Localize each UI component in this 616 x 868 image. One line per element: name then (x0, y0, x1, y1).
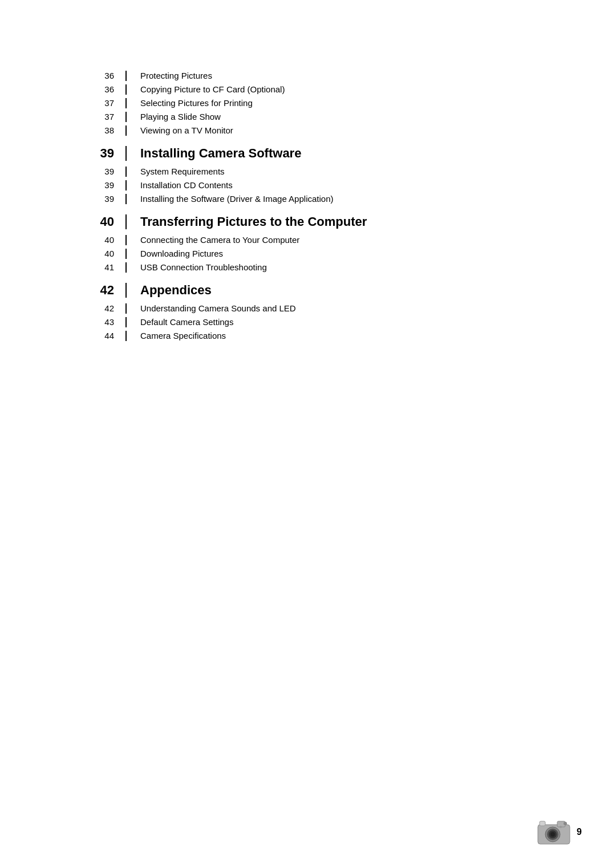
page-number: 43 (91, 317, 125, 327)
vertical-divider (125, 194, 127, 204)
page-number: 37 (91, 98, 125, 108)
entry-label: Playing a Slide Show (140, 112, 221, 121)
vertical-divider (125, 112, 127, 122)
toc-row: 41 USB Connection Troubleshooting (91, 262, 525, 273)
toc-row: 40 Connecting the Camera to Your Compute… (91, 235, 525, 245)
svg-point-8 (560, 826, 562, 828)
entry-label: Downloading Pictures (140, 249, 223, 258)
section-title: Installing Camera Software (140, 146, 301, 161)
vertical-divider (125, 262, 127, 273)
footer-page-number: 9 (577, 827, 582, 837)
toc-row: 36 Copying Picture to CF Card (Optional) (91, 84, 525, 95)
vertical-divider (125, 235, 127, 245)
toc-row: 42 Understanding Camera Sounds and LED (91, 303, 525, 314)
vertical-divider (125, 283, 127, 298)
toc-row: 40 Downloading Pictures (91, 249, 525, 259)
entry-label: Installing the Software (Driver & Image … (140, 194, 334, 204)
toc-row: 36 Protecting Pictures (91, 71, 525, 81)
toc-row: 39 System Requirements (91, 167, 525, 177)
vertical-divider (125, 249, 127, 259)
section-header: 40 Transferring Pictures to the Computer (91, 214, 525, 229)
section-installing-software: 39 Installing Camera Software 39 System … (91, 146, 525, 204)
toc-row: 37 Playing a Slide Show (91, 112, 525, 122)
page-number: 36 (91, 84, 125, 94)
page-number: 38 (91, 125, 125, 135)
camera-icon-area (537, 819, 571, 845)
page-number: 42 (91, 303, 125, 313)
entry-label: Viewing on a TV Monitor (140, 125, 233, 135)
toc-row: 37 Selecting Pictures for Printing (91, 98, 525, 108)
section-sub-entries: 39 System Requirements 39 Installation C… (91, 167, 525, 204)
page-number: 40 (91, 235, 125, 245)
vertical-divider (125, 71, 127, 81)
toc-row: 39 Installation CD Contents (91, 180, 525, 190)
section-header: 42 Appendices (91, 283, 525, 298)
vertical-divider (125, 98, 127, 108)
vertical-divider (125, 84, 127, 95)
page-number: 40 (91, 249, 125, 258)
svg-rect-6 (540, 821, 545, 826)
vertical-divider (125, 331, 127, 341)
vertical-divider (125, 146, 127, 161)
section-sub-entries: 42 Understanding Camera Sounds and LED 4… (91, 303, 525, 341)
section-sub-entries: 40 Connecting the Camera to Your Compute… (91, 235, 525, 273)
entry-label: Selecting Pictures for Printing (140, 98, 253, 108)
toc-row: 43 Default Camera Settings (91, 317, 525, 327)
intro-subsections: 36 Protecting Pictures 36 Copying Pictur… (91, 71, 525, 136)
entry-label: Default Camera Settings (140, 317, 233, 327)
entry-label: Copying Picture to CF Card (Optional) (140, 84, 285, 94)
vertical-divider (125, 167, 127, 177)
vertical-divider (125, 125, 127, 136)
svg-point-7 (564, 822, 567, 825)
page-number: 39 (91, 167, 125, 176)
entry-label: Installation CD Contents (140, 180, 233, 190)
vertical-divider (125, 317, 127, 327)
toc-row: 38 Viewing on a TV Monitor (91, 125, 525, 136)
section-page-number: 40 (91, 214, 125, 229)
vertical-divider (125, 180, 127, 190)
page-number: 36 (91, 71, 125, 80)
section-header: 39 Installing Camera Software (91, 146, 525, 161)
page-number: 39 (91, 194, 125, 204)
entry-label: Connecting the Camera to Your Computer (140, 235, 299, 245)
entry-label: Understanding Camera Sounds and LED (140, 303, 296, 313)
section-transferring-pictures: 40 Transferring Pictures to the Computer… (91, 214, 525, 273)
page-content: 36 Protecting Pictures 36 Copying Pictur… (0, 0, 616, 396)
toc-row: 44 Camera Specifications (91, 331, 525, 341)
vertical-divider (125, 303, 127, 314)
section-page-number: 39 (91, 146, 125, 161)
entry-label: Camera Specifications (140, 331, 226, 340)
section-appendices: 42 Appendices 42 Understanding Camera So… (91, 283, 525, 341)
entry-label: Protecting Pictures (140, 71, 212, 80)
page-footer: 9 (537, 819, 582, 845)
camera-icon (537, 819, 571, 845)
section-title: Appendices (140, 283, 212, 298)
vertical-divider (125, 214, 127, 229)
page-number: 37 (91, 112, 125, 121)
svg-point-4 (550, 832, 555, 837)
section-title: Transferring Pictures to the Computer (140, 214, 367, 229)
page-number: 39 (91, 180, 125, 190)
section-page-number: 42 (91, 283, 125, 298)
intro-sub-entries: 36 Protecting Pictures 36 Copying Pictur… (91, 71, 525, 136)
page-number: 44 (91, 331, 125, 340)
entry-label: USB Connection Troubleshooting (140, 262, 267, 272)
page-number: 41 (91, 262, 125, 272)
toc-row: 39 Installing the Software (Driver & Ima… (91, 194, 525, 204)
entry-label: System Requirements (140, 167, 225, 176)
